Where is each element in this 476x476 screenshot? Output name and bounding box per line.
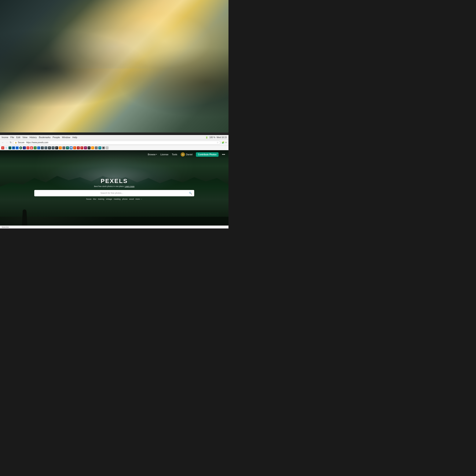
battery-icon: 🔋 — [205, 136, 208, 138]
tools-nav-item[interactable]: Tools — [172, 153, 177, 156]
menu-bookmarks[interactable]: Bookmarks — [39, 136, 51, 138]
pexels-subtitle: Best free stock photos in one place. Lea… — [34, 185, 194, 187]
reload-button[interactable]: ↻ — [10, 141, 12, 144]
ext-cal1[interactable]: 20 — [12, 146, 15, 149]
ext-drive[interactable]: ▲ — [8, 146, 11, 149]
menu-history[interactable]: History — [30, 136, 37, 138]
address-bar[interactable]: 🔒 Secure https://www.pexels.com ☆ — [13, 141, 221, 144]
ext-5[interactable]: ● — [19, 146, 22, 149]
ext-18[interactable]: ⟳ — [66, 146, 69, 149]
ext-6[interactable]: t — [23, 146, 26, 149]
ext-11[interactable]: t — [41, 146, 44, 149]
ext-google[interactable]: G — [5, 146, 8, 149]
search-icon: 🔍 — [189, 192, 192, 195]
browser-toolbar: ← → ↻ 🔒 Secure https://www.pexels.com ☆ … — [0, 140, 228, 146]
ext-27[interactable]: ⟳ — [98, 146, 101, 149]
tag-meeting[interactable]: meeting — [114, 198, 120, 200]
tag-blur[interactable]: blur — [93, 198, 96, 200]
ext-8[interactable]: ▶ — [30, 146, 33, 149]
menu-view[interactable]: View — [22, 136, 28, 138]
contribute-button[interactable]: Contribute Photos — [196, 152, 219, 157]
chrome-right-area: 🔋 100 % Wed 16:15 — [205, 136, 227, 138]
menu-window[interactable]: Window — [62, 136, 70, 138]
ext-12[interactable]: t — [44, 146, 47, 149]
ext-close[interactable]: ✕ — [105, 146, 108, 149]
chrome-menu-bar: hrome File Edit View History Bookmarks P… — [0, 135, 228, 140]
close-tab[interactable]: ✕ — [225, 141, 227, 144]
ext-24[interactable]: M — [87, 146, 91, 149]
user-name: Daniel — [186, 153, 192, 156]
search-bar[interactable]: Search for free photos... 🔍 — [34, 190, 194, 196]
monitor-screen: hrome File Edit View History Bookmarks P… — [0, 135, 228, 228]
ext-7[interactable]: Y — [26, 146, 29, 149]
ext-22[interactable]: P — [80, 146, 83, 149]
ext-10[interactable]: t — [37, 146, 40, 149]
search-tags: house blur training vintage meeting phon… — [34, 198, 194, 200]
tag-vintage[interactable]: vintage — [106, 198, 112, 200]
bookmark-star[interactable]: ☆ — [217, 141, 219, 144]
ext-19[interactable]: 📊 — [70, 146, 73, 149]
ext-21[interactable]: Ai — [77, 146, 80, 149]
secure-label: Secure — [18, 141, 25, 144]
browse-nav-item[interactable]: Browse ▾ — [148, 153, 157, 156]
ext-14[interactable]: M — [52, 146, 55, 149]
menu-help[interactable]: Help — [72, 136, 77, 138]
ext-20[interactable]: Ai — [73, 146, 76, 149]
ext-28[interactable]: ⬛ — [102, 146, 105, 149]
ext-15[interactable]: M — [55, 146, 58, 149]
forward-button[interactable]: → — [6, 141, 8, 144]
clock: Wed 16:15 — [217, 136, 227, 138]
ext-13[interactable]: M — [48, 146, 51, 149]
extensions-icon[interactable]: 🧩 — [222, 141, 224, 144]
ext-17[interactable]: ~ — [62, 146, 65, 149]
nav-buttons: ← → ↻ — [2, 141, 12, 144]
license-nav-item[interactable]: License — [160, 153, 168, 156]
hero-content: PEXELS Best free stock photos in one pla… — [34, 178, 194, 200]
more-options-icon[interactable]: ••• — [222, 153, 225, 156]
menu-chrome[interactable]: hrome — [2, 136, 8, 138]
ext-cal2[interactable]: 21 — [16, 146, 19, 149]
ext-16[interactable]: ✦ — [59, 146, 62, 149]
menu-file[interactable]: File — [10, 136, 14, 138]
ext-26[interactable]: ~ — [95, 146, 98, 149]
chrome-menu-items: hrome File Edit View History Bookmarks P… — [2, 136, 77, 138]
extension-bar: // Will render icons from JSON M G ▲ 20 … — [0, 146, 228, 150]
browser-right-icons: 🧩 ✕ — [222, 141, 227, 144]
tag-house[interactable]: house — [86, 198, 92, 200]
search-placeholder: Search for free photos... — [36, 192, 187, 194]
browse-dropdown-icon: ▾ — [156, 153, 157, 155]
user-avatar: D — [181, 152, 185, 156]
url-text: https://www.pexels.com — [26, 141, 48, 144]
battery-percent: 100 % — [209, 136, 215, 138]
tag-phone[interactable]: phone — [122, 198, 128, 200]
ext-25[interactable]: ✦ — [91, 146, 94, 149]
light-glow — [46, 14, 183, 68]
pexels-website: Browse ▾ License Tools D Daniel Contribu… — [0, 150, 228, 228]
ext-23[interactable]: M — [84, 146, 87, 149]
menu-people[interactable]: People — [53, 136, 60, 138]
tag-more[interactable]: more → — [136, 198, 142, 200]
user-avatar-area[interactable]: D Daniel — [181, 152, 192, 156]
status-text: Searches — [2, 226, 9, 228]
learn-more-link[interactable]: Learn more — [125, 185, 135, 187]
monitor-bezel — [0, 133, 228, 135]
ext-gmail[interactable]: M — [1, 146, 4, 149]
pexels-title: PEXELS — [34, 178, 194, 185]
office-background — [0, 0, 228, 137]
browse-label[interactable]: Browse — [148, 153, 156, 156]
ext-9[interactable]: ≡ — [34, 146, 37, 149]
tag-wood[interactable]: wood — [129, 198, 134, 200]
tag-training[interactable]: training — [98, 198, 104, 200]
menu-edit[interactable]: Edit — [16, 136, 20, 138]
status-bar: Searches — [0, 225, 228, 228]
back-button[interactable]: ← — [2, 141, 4, 144]
pexels-nav: Browse ▾ License Tools D Daniel Contribu… — [0, 150, 228, 159]
secure-icon: 🔒 — [15, 141, 17, 143]
